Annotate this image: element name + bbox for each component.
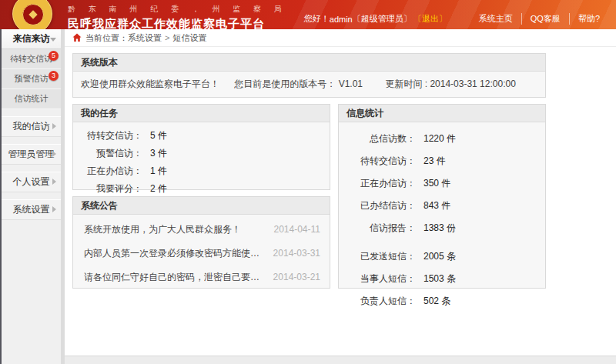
sidebar-submenu: 待转交信访 5 预警信访 3 信访统计 xyxy=(2,49,61,109)
my-tasks-body: 待转交信访： 5 件 预警信访： 3 件 xyxy=(73,122,330,198)
stat-value: 1503 条 xyxy=(424,268,456,290)
topnav-link[interactable]: 帮助? xyxy=(569,13,608,25)
panel-columns: 我的任务 待转交信访： 5 件 预警信访： xyxy=(72,104,546,289)
stat-label: 当事人短信： xyxy=(339,268,416,290)
stat-row: 总信访数： 1220 件 xyxy=(339,128,545,150)
task-row: 待转交信访： 5 件 xyxy=(73,127,330,145)
sidebar-group[interactable]: 个人设置 xyxy=(2,172,61,192)
notice-date: 2014-03-31 xyxy=(273,242,320,265)
stat-label: 已发送短信： xyxy=(339,245,416,268)
right-column: 信息统计 总信访数： 1220 件 待转交信访： xyxy=(338,104,546,289)
task-row: 我要评分： 2 件 xyxy=(73,180,330,198)
emblem-inner-circle xyxy=(22,4,44,25)
sidebar-group-label: 管理员管理 xyxy=(8,149,55,159)
system-notice-body: 系统开放使用，为广大人民群众服务！ 2014-04-11 内部人员第一次登录必须… xyxy=(73,215,330,289)
notice-date: 2014-03-21 xyxy=(273,265,320,289)
system-notice-panel: 系统公告 系统开放使用，为广大人民群众服务！ 2014-04-11 xyxy=(72,196,330,289)
home-icon[interactable] xyxy=(72,33,82,42)
stat-value: 502 条 xyxy=(424,290,450,312)
topnav-link[interactable]: QQ客服 xyxy=(521,13,569,25)
stat-value: 843 件 xyxy=(424,195,450,217)
stat-row: 已发送短信： 2005 条 xyxy=(339,245,545,268)
breadcrumb: 当前位置： 系统设置 > 短信设置 xyxy=(65,29,616,47)
stat-label: 总信访数： xyxy=(339,128,416,150)
notice-text: 内部人员第一次登录必须修改密码方能使用系统！ xyxy=(84,242,267,265)
task-label: 我要评分： xyxy=(73,180,142,198)
stat-value: 350 件 xyxy=(424,172,450,195)
stat-row: 正在办信访： 350 件 xyxy=(339,172,545,195)
chevron-right-icon xyxy=(52,179,56,185)
sidebar-subitem[interactable]: 预警信访 3 xyxy=(2,69,61,89)
user-role: 〔超级管理员〕 xyxy=(353,13,412,25)
updated-text: 更新时间 : 2014-03-31 12:00:00 xyxy=(385,78,515,89)
task-value: 5 件 xyxy=(150,127,167,145)
stat-label: 待转交信访： xyxy=(339,150,416,172)
left-column: 我的任务 待转交信访： 5 件 预警信访： xyxy=(72,104,330,289)
stat-value: 2005 条 xyxy=(424,245,456,268)
notice-text: 系统开放使用，为广大人民群众服务！ xyxy=(84,218,241,242)
info-stats-panel: 信息统计 总信访数： 1220 件 待转交信访： xyxy=(338,104,546,289)
chevron-right-icon xyxy=(52,151,56,157)
sidebar-group-label: 个人设置 xyxy=(13,176,50,187)
task-row: 预警信访： 3 件 xyxy=(73,145,330,162)
sidebar-subitem[interactable]: 信访统计 xyxy=(2,89,61,109)
logout-link[interactable]: 〔退出〕 xyxy=(413,13,447,25)
topnav-link[interactable]: 系统主页 xyxy=(470,13,521,25)
content: 系统版本 欢迎使用群众效能监察电子平台！ 您目前是使用的版本号： V1.01 更… xyxy=(65,47,616,356)
sidebar-group-label: 来信来访 xyxy=(13,33,50,44)
task-value: 2 件 xyxy=(150,180,167,198)
sidebar-subitem-label: 待转交信访 xyxy=(10,54,52,63)
sidebar-group[interactable]: 系统设置 xyxy=(2,199,61,220)
body: 来信来访 待转交信访 5 预警信访 3 信访统计 xyxy=(0,29,616,364)
stat-row: 负责人短信： 502 条 xyxy=(339,290,545,312)
platform-title: 民呼我应群众工作效能监察电子平台 xyxy=(68,17,287,29)
stat-value: 1383 份 xyxy=(424,217,456,239)
task-row: 正在办信访： 1 件 xyxy=(73,162,330,180)
notice-text: 请各位同仁守好自己的密码，泄密自己要追究责任。 xyxy=(84,265,267,289)
sidebar-group[interactable]: 管理员管理 xyxy=(2,144,61,165)
org-name: 黔 东 南 州 纪 委 ， 州 监 察 局 xyxy=(68,4,287,15)
stat-value: 1220 件 xyxy=(424,128,456,150)
stats-group-gap xyxy=(339,239,545,245)
main: 当前位置： 系统设置 > 短信设置 系统版本 欢迎使用群众效能监察电子平台！ 您… xyxy=(65,29,616,364)
header-titles: 黔 东 南 州 纪 委 ， 州 监 察 局 民呼我应群众工作效能监察电子平台 xyxy=(68,4,287,29)
chevron-right-icon xyxy=(52,123,56,129)
breadcrumb-parent[interactable]: 系统设置 xyxy=(128,32,162,44)
sidebar-subitem[interactable]: 待转交信访 5 xyxy=(2,49,61,69)
sidebar-subitem-label: 信访统计 xyxy=(15,94,49,103)
notice-row[interactable]: 内部人员第一次登录必须修改密码方能使用系统！ 2014-03-31 xyxy=(73,242,330,265)
stat-label: 正在办信访： xyxy=(339,172,416,195)
notice-date: 2014-04-11 xyxy=(274,218,321,242)
info-stats-body: 总信访数： 1220 件 待转交信访： 23 件 xyxy=(339,122,545,312)
stat-label: 信访报告： xyxy=(339,217,416,239)
emblem-glyph xyxy=(28,10,37,18)
org-emblem-logo xyxy=(12,0,52,29)
my-tasks-title: 我的任务 xyxy=(73,105,330,122)
system-version-panel: 系统版本 欢迎使用群众效能监察电子平台！ 您目前是使用的版本号： V1.01 更… xyxy=(72,53,546,98)
system-version-title: 系统版本 xyxy=(73,54,545,72)
sidebar-group[interactable]: 我的信访 xyxy=(2,116,61,137)
notice-row[interactable]: 请各位同仁守好自己的密码，泄密自己要追究责任。 2014-03-21 xyxy=(73,265,330,289)
task-value: 1 件 xyxy=(150,162,167,180)
page: 黔 东 南 州 纪 委 ， 州 监 察 局 民呼我应群众工作效能监察电子平台 您… xyxy=(0,0,616,364)
breadcrumb-separator: > xyxy=(165,33,169,42)
task-label: 待转交信访： xyxy=(73,127,142,145)
breadcrumb-prefix: 当前位置： xyxy=(85,32,128,44)
stat-row: 信访报告： 1383 份 xyxy=(339,217,545,239)
stat-row: 待转交信访： 23 件 xyxy=(339,150,545,172)
breadcrumb-current: 短信设置 xyxy=(172,32,206,44)
system-notice-title: 系统公告 xyxy=(73,197,330,215)
user-bar: 您好！ admin 〔超级管理员〕 〔退出〕 系统主页 QQ客服 帮助? xyxy=(304,13,608,25)
count-badge: 5 xyxy=(49,51,59,61)
notice-row[interactable]: 系统开放使用，为广大人民群众服务！ 2014-04-11 xyxy=(73,218,330,242)
sidebar-subitem-label: 预警信访 xyxy=(15,74,49,83)
my-tasks-panel: 我的任务 待转交信访： 5 件 预警信访： xyxy=(72,104,330,190)
sidebar: 来信来访 待转交信访 5 预警信访 3 信访统计 xyxy=(0,29,65,364)
task-value: 3 件 xyxy=(150,145,167,162)
stat-value: 23 件 xyxy=(424,150,446,172)
system-version-body: 欢迎使用群众效能监察电子平台！ 您目前是使用的版本号： V1.01 更新时间 :… xyxy=(73,72,545,97)
stat-label: 已办结信访： xyxy=(339,195,416,217)
count-badge: 3 xyxy=(49,71,59,81)
sidebar-group-letters-visits[interactable]: 来信来访 xyxy=(2,29,61,49)
task-label: 预警信访： xyxy=(73,145,142,162)
